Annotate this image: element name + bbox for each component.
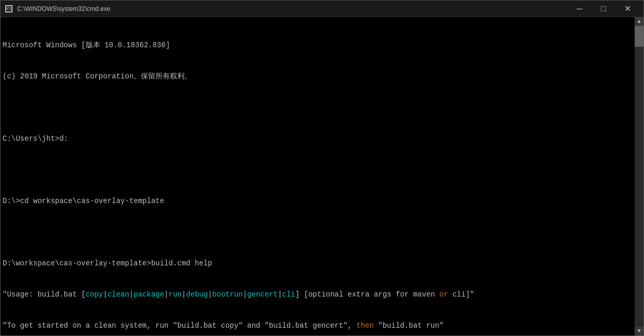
terminal-content[interactable]: Microsoft Windows [版本 10.0.18362.836] (c… [1, 17, 635, 335]
scroll-track[interactable] [635, 26, 643, 327]
minimize-button[interactable]: ─ [568, 1, 592, 17]
terminal-body: Microsoft Windows [版本 10.0.18362.836] (c… [1, 17, 643, 335]
maximize-button[interactable]: □ [592, 1, 615, 17]
line-7: "To get started on a clean system, run "… [3, 320, 633, 331]
scroll-thumb[interactable] [635, 26, 643, 47]
line-blank-2 [3, 165, 633, 175]
line-2: (c) 2019 Microsoft Corporation。保留所有权利。 [3, 71, 633, 82]
line-blank-3 [3, 227, 633, 237]
line-4: D:\>cd workspace\cas-overlay-template [3, 196, 633, 206]
scroll-up-button[interactable]: ▲ [635, 17, 643, 26]
line-blank-1 [3, 102, 633, 113]
line-1: Microsoft Windows [版本 10.0.18362.836] [3, 40, 633, 50]
titlebar: C\ C:\WINDOWS\system32\cmd.exe ─ □ ✕ [1, 1, 643, 17]
line-3: C:\Users\jht>d: [3, 133, 633, 144]
scrollbar[interactable]: ▲ ▼ [635, 17, 643, 335]
app-icon: C\ [5, 5, 13, 13]
cmd-window: C\ C:\WINDOWS\system32\cmd.exe ─ □ ✕ Mic… [0, 0, 644, 336]
scroll-down-button[interactable]: ▼ [635, 327, 643, 335]
window-title: C:\WINDOWS\system32\cmd.exe [17, 5, 568, 12]
line-5: D:\workspace\cas-overlay-template>build.… [3, 258, 633, 268]
window-controls: ─ □ ✕ [568, 1, 639, 17]
close-button[interactable]: ✕ [615, 1, 639, 17]
line-6: "Usage: build.bat [copy|clean|package|ru… [3, 289, 633, 300]
